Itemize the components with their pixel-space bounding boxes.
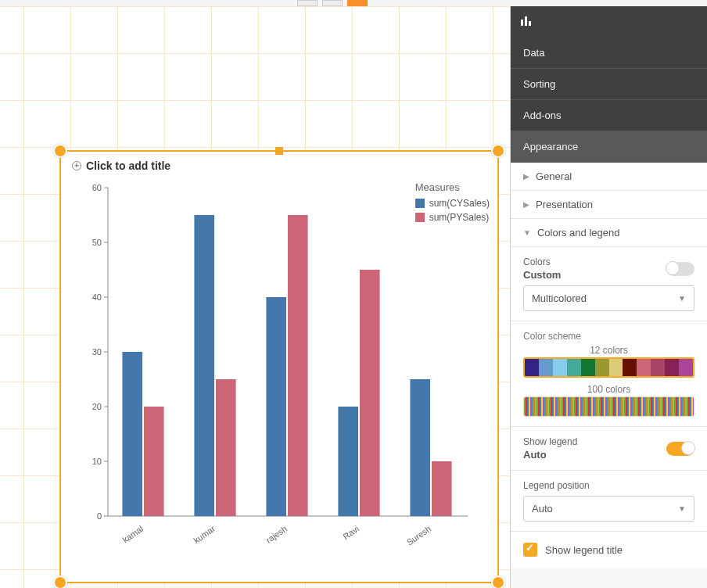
canvas-area: + Click to add title Measures sum(CYSale…: [0, 6, 510, 588]
chart-title-text: Click to add title: [86, 160, 170, 172]
chevron-down-icon: ▼: [678, 294, 686, 303]
show-legend-block: Show legend Auto: [511, 427, 707, 471]
svg-text:10: 10: [92, 457, 102, 466]
caret-right-icon: ▶: [523, 200, 529, 209]
resize-handle-bl[interactable]: [53, 575, 67, 588]
legend-position-block: Legend position Auto ▼: [511, 471, 707, 532]
colors-block: Colors Custom Multicolored ▼: [511, 247, 707, 321]
resize-handle-tm[interactable]: [275, 147, 283, 155]
svg-text:40: 40: [92, 292, 102, 302]
accordion: Data Sorting Add-ons Appearance: [511, 38, 707, 163]
svg-text:Suresh: Suresh: [405, 524, 432, 547]
caret-right-icon: ▶: [523, 172, 529, 181]
svg-rect-26: [360, 270, 380, 516]
chart-object[interactable]: + Click to add title Measures sum(CYSale…: [59, 150, 499, 583]
svg-rect-20: [216, 379, 236, 516]
svg-text:Ravi: Ravi: [341, 524, 361, 541]
show-legend-value: Auto: [523, 449, 577, 461]
svg-rect-25: [338, 407, 358, 516]
show-legend-title-row: Show legend title: [511, 532, 707, 568]
section-addons[interactable]: Add-ons: [511, 100, 707, 131]
svg-text:20: 20: [92, 402, 102, 411]
sub-label: Colors and legend: [537, 227, 620, 238]
properties-panel: Data Sorting Add-ons Appearance ▶ Genera…: [510, 6, 707, 588]
svg-text:kumar: kumar: [192, 524, 217, 546]
svg-rect-29: [432, 461, 452, 516]
sub-label: Presentation: [536, 199, 593, 210]
svg-text:30: 30: [92, 347, 102, 357]
toolbar-btn-active[interactable]: [347, 0, 368, 6]
colors-toggle[interactable]: [666, 262, 694, 276]
scheme-100-colors[interactable]: [523, 396, 694, 417]
caret-down-icon: ▼: [523, 228, 531, 237]
chart-title-placeholder[interactable]: + Click to add title: [61, 152, 497, 180]
chart-plot: 0102030405060kamalkumarrajeshRaviSuresh: [77, 180, 476, 555]
sub-colors-legend[interactable]: ▼ Colors and legend: [511, 219, 707, 247]
toolbar-btn[interactable]: [322, 0, 343, 6]
svg-rect-33: [529, 21, 531, 26]
select-value: Multicolored: [532, 292, 587, 304]
sub-presentation[interactable]: ▶ Presentation: [511, 191, 707, 219]
show-legend-title-label: Show legend title: [545, 544, 623, 556]
svg-rect-23: [288, 215, 308, 516]
scheme-100-label: 100 colors: [523, 384, 694, 395]
svg-text:kamal: kamal: [120, 524, 145, 545]
svg-rect-22: [266, 297, 286, 516]
svg-text:60: 60: [92, 183, 102, 192]
colors-value: Custom: [523, 269, 561, 281]
scheme-12-label: 12 colors: [523, 345, 694, 356]
scheme-label: Color scheme: [523, 331, 694, 342]
sub-general[interactable]: ▶ General: [511, 163, 707, 191]
toolbar-btn[interactable]: [297, 0, 318, 6]
show-legend-label: Show legend: [523, 436, 577, 447]
resize-handle-tr[interactable]: [491, 144, 505, 158]
barchart-icon: [511, 6, 707, 38]
legend-position-select[interactable]: Auto ▼: [523, 496, 694, 522]
colors-mode-select[interactable]: Multicolored ▼: [523, 285, 694, 311]
top-toolbar: [0, 0, 707, 6]
scheme-12-colors[interactable]: [523, 357, 694, 378]
resize-handle-br[interactable]: [491, 575, 505, 588]
show-legend-toggle[interactable]: [666, 442, 694, 456]
colors-label: Colors: [523, 256, 561, 267]
svg-text:50: 50: [92, 238, 102, 247]
select-value: Auto: [532, 503, 553, 514]
svg-rect-19: [194, 215, 214, 516]
sub-label: General: [536, 170, 572, 182]
show-legend-title-checkbox[interactable]: [523, 543, 537, 557]
svg-text:rajesh: rajesh: [264, 524, 289, 545]
svg-rect-31: [521, 20, 523, 26]
add-icon: +: [72, 161, 81, 170]
svg-rect-28: [410, 379, 430, 516]
svg-rect-16: [122, 352, 142, 516]
appearance-subsections: ▶ General ▶ Presentation ▼ Colors and le…: [511, 163, 707, 568]
section-sorting[interactable]: Sorting: [511, 69, 707, 100]
chevron-down-icon: ▼: [678, 504, 686, 513]
color-scheme-block: Color scheme 12 colors 100 colors: [511, 321, 707, 427]
legend-position-label: Legend position: [523, 480, 694, 491]
section-appearance[interactable]: Appearance: [511, 131, 707, 163]
svg-rect-32: [525, 16, 527, 26]
section-data[interactable]: Data: [511, 38, 707, 69]
svg-rect-17: [144, 407, 164, 516]
svg-text:0: 0: [97, 511, 102, 521]
resize-handle-tl[interactable]: [53, 144, 67, 158]
